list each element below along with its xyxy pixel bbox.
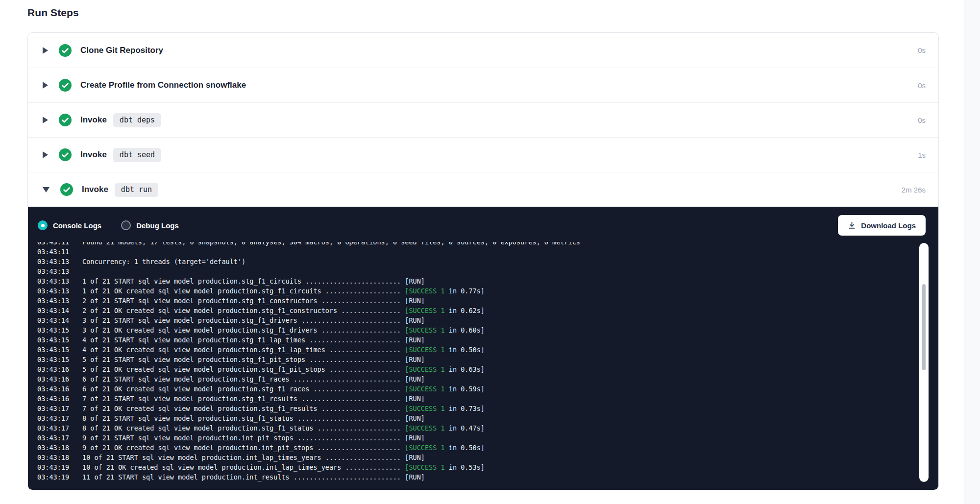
log-timestamp: 03:43:15 (37, 345, 70, 355)
console-log-lines: 03:43:11 Found 21 models, 17 tests, 0 sn… (37, 242, 909, 482)
step-label: Invoke (82, 185, 108, 194)
download-logs-label: Download Logs (861, 221, 916, 230)
run-step-row[interactable]: Invoke dbt run 2m 26s (28, 172, 938, 207)
log-message: 9 of 21 OK created sql view model produc… (82, 443, 485, 453)
log-line: 03:43:13 1 of 21 OK created sql view mod… (37, 286, 909, 296)
log-timestamp: 03:43:13 (37, 266, 70, 276)
log-message: 6 of 21 OK created sql view model produc… (82, 384, 485, 394)
log-message: 5 of 21 START sql view model production.… (82, 355, 425, 364)
success-check-icon (59, 114, 72, 126)
log-timestamp: 03:43:17 (37, 404, 70, 413)
log-timestamp: 03:43:18 (37, 443, 70, 453)
log-message: 3 of 21 OK created sql view model produc… (82, 325, 485, 335)
success-check-icon (59, 148, 72, 161)
step-duration: 0s (918, 81, 926, 90)
success-check-icon (59, 44, 72, 57)
log-line: 03:43:19 11 of 21 START sql view model p… (37, 472, 909, 482)
step-duration: 2m 26s (902, 186, 926, 194)
console-scrollbar-track[interactable] (919, 243, 929, 482)
log-message: 7 of 21 START sql view model production.… (82, 394, 425, 404)
expand-caret-icon[interactable] (43, 187, 49, 192)
log-message: 8 of 21 START sql view model production.… (82, 413, 425, 423)
log-message: Found 21 models, 17 tests, 0 snapshots, … (82, 242, 580, 247)
log-timestamp: 03:43:13 (37, 296, 70, 306)
log-line: 03:43:17 8 of 21 OK created sql view mod… (37, 423, 909, 433)
log-timestamp: 03:43:17 (37, 433, 70, 443)
log-timestamp: 03:43:13 (37, 276, 70, 286)
log-message: 8 of 21 OK created sql view model produc… (82, 423, 485, 433)
console-log-area: 03:43:11 Found 21 models, 17 tests, 0 sn… (28, 242, 938, 490)
log-timestamp: 03:43:17 (37, 423, 70, 433)
expand-caret-icon[interactable] (43, 47, 48, 54)
log-line: 03:43:18 10 of 21 START sql view model p… (37, 453, 909, 462)
log-timestamp: 03:43:14 (37, 306, 70, 315)
log-message: 5 of 21 OK created sql view model produc… (82, 364, 485, 374)
log-line: 03:43:16 6 of 21 START sql view model pr… (37, 374, 909, 384)
log-timestamp: 03:43:15 (37, 335, 70, 345)
run-step-row[interactable]: Create Profile from Connection snowflake… (28, 68, 938, 102)
radio-unselected-icon[interactable] (121, 220, 131, 230)
run-step-row[interactable]: Clone Git Repository 0s (28, 33, 938, 68)
log-line: 03:43:16 6 of 21 OK created sql view mod… (37, 384, 909, 394)
success-check-icon (59, 79, 72, 92)
log-message: 10 of 21 START sql view model production… (82, 453, 425, 462)
run-steps-card: Clone Git Repository 0s Create Profile f… (27, 32, 939, 490)
log-line: 03:43:13 (37, 266, 909, 276)
log-line: 03:43:15 3 of 21 OK created sql view mod… (37, 325, 909, 335)
console-logs-radio[interactable]: Console Logs (38, 220, 101, 230)
console-header: Console Logs Debug Logs Download Logs (28, 207, 938, 242)
radio-selected-icon[interactable] (38, 220, 48, 230)
log-timestamp: 03:43:19 (37, 462, 70, 472)
log-timestamp: 03:43:16 (37, 394, 70, 404)
console-logs-label: Console Logs (53, 221, 101, 230)
expand-caret-icon[interactable] (43, 151, 48, 158)
log-timestamp: 03:43:18 (37, 453, 70, 462)
run-step-row[interactable]: Invoke dbt seed 1s (28, 137, 938, 172)
log-timestamp: 03:43:13 (37, 257, 70, 266)
log-line: 03:43:17 7 of 21 OK created sql view mod… (37, 404, 909, 413)
console-panel: Console Logs Debug Logs Download Logs (28, 207, 938, 490)
right-gutter (964, 0, 980, 504)
success-check-icon (60, 183, 73, 196)
step-duration: 0s (918, 116, 926, 124)
step-duration: 0s (918, 46, 926, 54)
command-chip: dbt run (115, 183, 158, 197)
log-line: 03:43:11 Found 21 models, 17 tests, 0 sn… (37, 242, 909, 247)
step-duration: 1s (918, 151, 926, 159)
log-line: 03:43:13 Concurrency: 1 threads (target=… (37, 257, 909, 266)
log-line: 03:43:11 (37, 247, 909, 257)
download-icon (848, 221, 856, 230)
run-steps-list: Clone Git Repository 0s Create Profile f… (28, 33, 938, 207)
log-line: 03:43:16 7 of 21 START sql view model pr… (37, 394, 909, 404)
log-line: 03:43:15 5 of 21 START sql view model pr… (37, 355, 909, 364)
log-line: 03:43:14 2 of 21 OK created sql view mod… (37, 306, 909, 315)
expand-caret-icon[interactable] (43, 82, 48, 89)
log-timestamp: 03:43:16 (37, 384, 70, 394)
main-content: Run Steps Clone Git Repository 0s Create… (0, 0, 980, 490)
log-timestamp: 03:43:16 (37, 374, 70, 384)
log-message: 9 of 21 START sql view model production.… (82, 433, 425, 443)
log-line: 03:43:19 10 of 21 OK created sql view mo… (37, 462, 909, 472)
log-timestamp: 03:43:11 (37, 247, 70, 257)
step-label: Invoke (80, 115, 107, 125)
step-label: Clone Git Repository (80, 46, 163, 55)
log-message: 10 of 21 OK created sql view model produ… (82, 462, 485, 472)
command-chip: dbt seed (113, 148, 161, 162)
log-line: 03:43:13 2 of 21 START sql view model pr… (37, 296, 909, 306)
log-line: 03:43:15 4 of 21 START sql view model pr… (37, 335, 909, 345)
log-message: 2 of 21 START sql view model production.… (82, 296, 425, 306)
log-message: 1 of 21 START sql view model production.… (82, 276, 425, 286)
download-logs-button[interactable]: Download Logs (838, 215, 926, 236)
console-scrollbar-thumb[interactable] (922, 284, 926, 370)
log-timestamp: 03:43:15 (37, 355, 70, 364)
debug-logs-radio[interactable]: Debug Logs (121, 220, 179, 230)
log-timestamp: 03:43:16 (37, 364, 70, 374)
screen: Run Steps Clone Git Repository 0s Create… (0, 0, 980, 504)
log-message: 11 of 21 START sql view model production… (82, 472, 425, 482)
log-timestamp: 03:43:17 (37, 413, 70, 423)
log-timestamp: 03:43:11 (37, 242, 70, 247)
expand-caret-icon[interactable] (43, 117, 48, 123)
log-message: 2 of 21 OK created sql view model produc… (82, 306, 485, 315)
run-step-row[interactable]: Invoke dbt deps 0s (28, 102, 938, 137)
log-message: 6 of 21 START sql view model production.… (82, 374, 425, 384)
